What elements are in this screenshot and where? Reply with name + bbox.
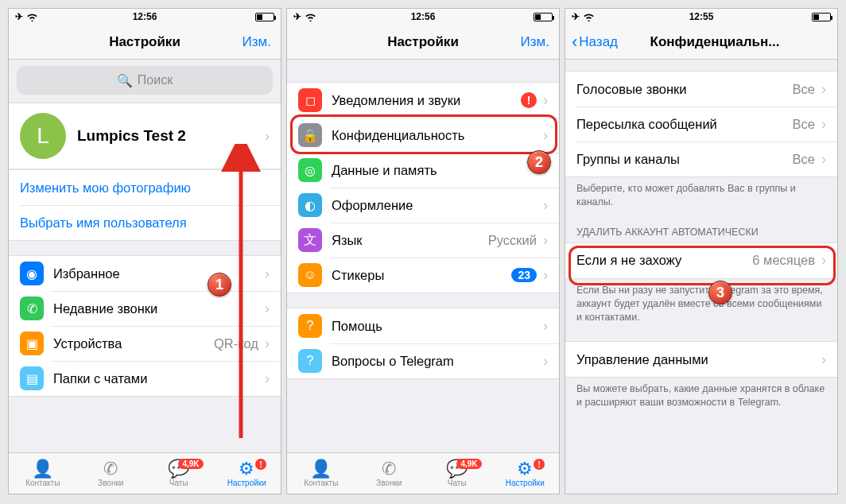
tab-bar: 👤Контакты ✆Звонки 💬Чаты4,9K ⚙︎Настройки! (287, 452, 559, 494)
tab-calls[interactable]: ✆ Звонки (77, 460, 146, 487)
battery-icon (812, 13, 831, 21)
page-title: Настройки (109, 34, 180, 50)
chevron-right-icon: › (543, 92, 548, 109)
calls-icon: ✆ (382, 460, 396, 478)
data-mgmt-footer: Вы можете выбрать, какие данные хранятся… (565, 378, 837, 413)
lock-icon: 🔒 (298, 123, 322, 147)
devices-icon: ▣ (20, 331, 44, 355)
battery-icon (534, 13, 553, 21)
appearance-row[interactable]: ◐ Оформление › (287, 188, 559, 223)
chevron-right-icon: › (265, 300, 270, 317)
page-title: Конфиденциальн... (650, 34, 780, 50)
stickers-count-badge: 23 (511, 268, 537, 282)
phone-icon: ✆ (20, 297, 44, 320)
chevron-right-icon: › (821, 116, 826, 133)
status-bar: ✈︎ 12:55 (565, 9, 837, 25)
stickers-row[interactable]: ☺︎ Стикеры 23 › (287, 258, 559, 293)
bookmark-icon: ◉ (20, 262, 44, 285)
if-away-row[interactable]: Если я не захожу 6 месяцев › (565, 243, 837, 278)
tab-contacts[interactable]: 👤Контакты (287, 460, 355, 487)
back-button[interactable]: ‹ Назад (572, 32, 618, 52)
help-row[interactable]: ? Помощь › (287, 308, 559, 343)
faq-icon: ? (298, 349, 322, 373)
settings-alert-badge: ! (255, 459, 266, 470)
chevron-right-icon: › (543, 127, 548, 144)
recent-calls-row[interactable]: ✆ Недавние звонки › (9, 291, 281, 326)
data-storage-row[interactable]: ◎ Данные и память › (287, 153, 559, 188)
delete-header: УДАЛИТЬ АККАУНТ АВТОМАТИЧЕСКИ (565, 212, 837, 242)
saved-messages-row[interactable]: ◉ Избранное › (9, 256, 281, 291)
change-photo-button[interactable]: Изменить мою фотографию (9, 170, 281, 205)
bell-icon: ◻︎ (298, 88, 322, 112)
globe-icon: 文 (298, 228, 322, 252)
contacts-icon: 👤 (310, 460, 332, 478)
battery-icon (255, 13, 274, 21)
nav-bar: Настройки Изм. (287, 25, 559, 60)
screen-settings-list: ✈︎ 12:56 Настройки Изм. ◻︎ Уведомления и… (286, 8, 560, 494)
search-input[interactable]: 🔍 Поиск (17, 66, 273, 95)
profile-name: Lumpics Test 2 (77, 127, 186, 145)
chevron-right-icon: › (821, 151, 826, 168)
edit-button[interactable]: Изм. (521, 34, 549, 50)
tab-bar: 👤 Контакты ✆ Звонки 💬 Чаты 4,9K ⚙︎ Настр… (9, 452, 281, 494)
disk-icon: ◎ (298, 158, 322, 182)
tab-chats[interactable]: 💬Чаты4,9K (423, 460, 491, 487)
groups-row[interactable]: Группы и каналы Все › (565, 142, 837, 176)
data-management-row[interactable]: Управление данными › (565, 342, 837, 377)
chevron-right-icon: › (543, 267, 548, 284)
status-bar: ✈︎ 12:56 (287, 9, 559, 25)
chevron-right-icon: › (543, 318, 548, 335)
profile-row[interactable]: L Lumpics Test 2 › (9, 103, 281, 169)
search-icon: 🔍 (117, 73, 133, 88)
status-time: 12:55 (689, 11, 714, 22)
gear-icon: ⚙︎ (517, 460, 533, 478)
status-time: 12:56 (411, 11, 436, 22)
forwarding-row[interactable]: Пересылка сообщений Все › (565, 107, 837, 142)
screen-privacy-settings: ✈︎ 12:55 ‹ Назад Конфиденциальн... Голос… (565, 8, 838, 494)
gear-icon: ⚙︎ (239, 460, 254, 478)
if-away-footer: Если Вы ни разу не запустите Telegram за… (565, 279, 837, 328)
airplane-icon: ✈︎ (293, 11, 301, 22)
privacy-row[interactable]: 🔒 Конфиденциальность › (287, 118, 559, 153)
chevron-right-icon: › (543, 162, 548, 179)
contacts-icon: 👤 (32, 460, 53, 478)
sticker-icon: ☺︎ (298, 263, 322, 287)
palette-icon: ◐ (298, 193, 322, 217)
chevron-right-icon: › (543, 197, 548, 214)
tab-calls[interactable]: ✆Звонки (355, 460, 424, 487)
chevron-right-icon: › (543, 232, 548, 249)
status-bar: ✈︎ 12:56 (9, 9, 281, 25)
screen-settings-root: ✈︎ 12:56 Настройки Изм. 🔍 Поиск L Lumpic… (8, 8, 281, 494)
set-username-button[interactable]: Выбрать имя пользователя (9, 205, 281, 240)
tab-settings[interactable]: ⚙︎Настройки! (491, 460, 560, 487)
airplane-icon: ✈︎ (15, 11, 23, 22)
language-row[interactable]: 文 Язык Русский › (287, 223, 559, 258)
chevron-right-icon: › (265, 335, 270, 352)
chevron-right-icon: › (265, 370, 270, 387)
airplane-icon: ✈︎ (572, 11, 580, 22)
chevron-left-icon: ‹ (572, 32, 577, 52)
settings-alert-badge: ! (534, 459, 545, 470)
edit-button[interactable]: Изм. (243, 34, 271, 50)
tab-settings[interactable]: ⚙︎ Настройки ! (213, 460, 281, 487)
tab-contacts[interactable]: 👤 Контакты (9, 460, 77, 487)
nav-bar: ‹ Назад Конфиденциальн... (565, 25, 837, 60)
chevron-right-icon: › (265, 128, 270, 145)
wifi-icon (305, 13, 316, 21)
help-icon: ? (298, 314, 322, 338)
folder-icon: ▤ (20, 366, 44, 390)
status-time: 12:56 (133, 11, 157, 22)
chats-badge: 4,9K (178, 459, 203, 469)
calls-icon: ✆ (103, 460, 118, 478)
chats-badge: 4,9K (456, 459, 481, 469)
tab-chats[interactable]: 💬 Чаты 4,9K (145, 460, 213, 487)
wifi-icon (583, 13, 595, 21)
chevron-right-icon: › (821, 81, 826, 98)
voice-calls-row[interactable]: Голосовые звонки Все › (565, 72, 837, 107)
nav-bar: Настройки Изм. (9, 25, 281, 60)
chevron-right-icon: › (265, 266, 270, 282)
notifications-row[interactable]: ◻︎ Уведомления и звуки ! › (287, 83, 559, 118)
folders-row[interactable]: ▤ Папки с чатами › (9, 361, 281, 396)
devices-row[interactable]: ▣ Устройства QR-код › (9, 326, 281, 361)
faq-row[interactable]: ? Вопросы о Telegram › (287, 343, 559, 378)
